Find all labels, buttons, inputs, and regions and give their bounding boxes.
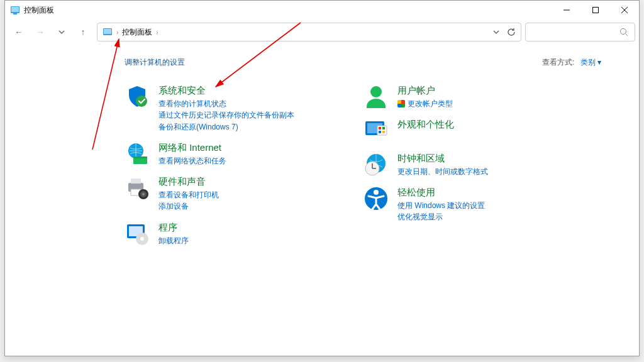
programs-icon — [125, 221, 150, 246]
category-link[interactable]: 备份和还原(Windows 7) — [158, 121, 294, 133]
view-mode-label: 查看方式: — [542, 58, 574, 67]
close-button[interactable] — [610, 1, 639, 19]
category-link[interactable]: 查看网络状态和任务 — [158, 155, 226, 167]
page-heading: 调整计算机的设置 — [125, 57, 614, 68]
breadcrumb-item[interactable]: 控制面板 — [122, 27, 152, 38]
svg-point-11 — [136, 96, 147, 107]
svg-rect-32 — [382, 131, 385, 133]
back-button[interactable]: ← — [9, 23, 29, 41]
svg-line-10 — [626, 34, 628, 36]
svg-point-20 — [142, 193, 145, 195]
category-link[interactable]: 优化视觉显示 — [397, 211, 485, 223]
svg-rect-2 — [13, 13, 17, 14]
control-panel-icon — [103, 27, 113, 37]
search-input[interactable] — [525, 23, 635, 41]
category-hardware: 硬件和声音 查看设备和打印机 添加设备 — [125, 175, 319, 212]
titlebar: 控制面板 — [5, 1, 639, 19]
control-panel-icon — [10, 5, 20, 15]
category-ease-of-access: 轻松使用 使用 Windows 建议的设置 优化视觉显示 — [364, 186, 558, 223]
chevron-right-icon: › — [116, 29, 118, 36]
category-network: 网络和 Internet 查看网络状态和任务 — [125, 141, 319, 167]
forward-button[interactable]: → — [30, 23, 50, 41]
category-system-security: 系统和安全 查看你的计算机状态 通过文件历史记录保存你的文件备份副本 备份和还原… — [125, 84, 319, 133]
appearance-icon — [364, 118, 389, 143]
user-icon — [364, 84, 389, 109]
category-appearance: 外观和个性化 — [364, 118, 558, 143]
shield-icon — [125, 84, 150, 109]
maximize-button[interactable] — [581, 1, 610, 19]
refresh-button[interactable] — [507, 28, 516, 36]
globe-icon — [125, 141, 150, 167]
category-title[interactable]: 外观和个性化 — [397, 118, 454, 131]
window-controls — [552, 1, 639, 19]
category-link[interactable]: 使用 Windows 建议的设置 — [397, 200, 485, 212]
category-title[interactable]: 硬件和声音 — [158, 175, 219, 188]
category-title[interactable]: 轻松使用 — [397, 186, 485, 199]
category-title[interactable]: 程序 — [158, 221, 189, 234]
svg-rect-29 — [379, 127, 381, 129]
category-link[interactable]: 更改帐户类型 — [397, 98, 453, 110]
svg-point-24 — [140, 237, 144, 241]
category-link[interactable]: 查看设备和打印机 — [158, 189, 219, 201]
chevron-down-icon[interactable] — [493, 29, 499, 35]
category-title[interactable]: 网络和 Internet — [158, 141, 226, 154]
chevron-right-icon: › — [156, 29, 158, 36]
category-link[interactable]: 通过文件历史记录保存你的文件备份副本 — [158, 109, 294, 121]
category-clock-region: 时钟和区域 更改日期、时间或数字格式 — [364, 152, 558, 177]
svg-rect-1 — [11, 7, 19, 12]
category-link[interactable]: 添加设备 — [158, 200, 219, 212]
svg-rect-4 — [593, 8, 599, 13]
svg-rect-30 — [382, 127, 385, 129]
svg-rect-8 — [104, 29, 111, 34]
svg-rect-14 — [133, 156, 147, 158]
category-title[interactable]: 系统和安全 — [158, 84, 294, 97]
search-icon — [619, 28, 628, 36]
category-column-right: 用户帐户 更改帐户类型 外观和个性化 — [364, 84, 558, 255]
view-mode-dropdown[interactable]: 类别 ▾ — [580, 58, 601, 67]
addressbar[interactable]: › 控制面板 › — [97, 23, 521, 41]
svg-point-9 — [621, 29, 626, 35]
category-title[interactable]: 时钟和区域 — [397, 152, 488, 165]
view-mode-row: 查看方式: 类别 ▾ — [542, 57, 601, 68]
category-title[interactable]: 用户帐户 — [397, 84, 453, 97]
svg-rect-31 — [379, 131, 381, 133]
window-title: 控制面板 — [24, 5, 54, 16]
category-column-left: 系统和安全 查看你的计算机状态 通过文件历史记录保存你的文件备份副本 备份和还原… — [125, 84, 319, 255]
category-link[interactable]: 卸载程序 — [158, 235, 189, 247]
category-user-accounts: 用户帐户 更改帐户类型 — [364, 84, 558, 109]
accessibility-icon — [364, 186, 389, 211]
minimize-button[interactable] — [552, 1, 581, 19]
category-link[interactable]: 查看你的计算机状态 — [158, 98, 294, 110]
up-button[interactable]: ↑ — [73, 23, 93, 41]
category-link[interactable]: 更改日期、时间或数字格式 — [397, 166, 488, 178]
control-panel-window: 控制面板 ← → ↑ › 控制面板 › 调整计算机的 — [4, 0, 640, 356]
navbar: ← → ↑ › 控制面板 › — [5, 19, 639, 45]
clock-icon — [364, 152, 389, 177]
recent-dropdown[interactable] — [52, 23, 72, 41]
svg-point-38 — [374, 190, 379, 195]
svg-rect-16 — [131, 178, 141, 184]
printer-icon — [125, 175, 150, 200]
svg-point-25 — [370, 86, 382, 97]
content-area: 调整计算机的设置 查看方式: 类别 ▾ 系统和安全 查看你的计算机状态 通过文件… — [5, 45, 639, 255]
category-programs: 程序 卸载程序 — [125, 221, 319, 246]
